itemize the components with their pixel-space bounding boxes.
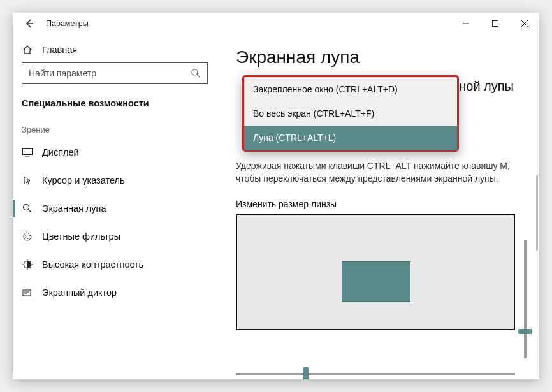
magnifier-icon	[22, 203, 33, 214]
sidebar-item-label: Экранный диктор	[42, 287, 117, 298]
category-title: Специальные возможности	[13, 93, 217, 120]
narrator-icon	[22, 287, 33, 298]
svg-rect-8	[23, 290, 31, 296]
sidebar-item-label: Курсор и указатель	[42, 175, 125, 185]
search-input[interactable]	[29, 68, 191, 78]
sidebar-item-magnifier[interactable]: Экранная лупа	[13, 194, 217, 222]
close-button[interactable]	[510, 13, 539, 34]
cursor-icon	[22, 175, 33, 185]
settings-window: Параметры Главная Специальные возможност…	[13, 13, 539, 379]
arrow-left-icon	[24, 18, 34, 29]
slider-thumb[interactable]	[303, 367, 309, 379]
sidebar-item-cursor[interactable]: Курсор и указатель	[13, 166, 217, 194]
lens-width-slider[interactable]	[236, 373, 515, 375]
display-icon	[22, 148, 33, 157]
window-title: Параметры	[46, 19, 89, 28]
window-controls	[451, 13, 539, 34]
search-icon	[191, 68, 201, 78]
lens-height-slider[interactable]	[524, 240, 527, 358]
slider-thumb[interactable]	[518, 329, 532, 334]
svg-rect-2	[23, 149, 33, 155]
search-box[interactable]	[22, 62, 208, 84]
dropdown-option-docked[interactable]: Закрепленное окно (CTRL+ALT+D)	[244, 77, 457, 101]
sidebar-item-label: Цветные фильтры	[42, 231, 120, 242]
dropdown-option-fullscreen[interactable]: Во весь экран (CTRL+ALT+F)	[244, 101, 457, 126]
home-label: Главная	[42, 45, 77, 55]
sidebar-item-display[interactable]: Дисплей	[13, 138, 217, 166]
maximize-icon	[492, 20, 498, 27]
palette-icon	[22, 231, 33, 242]
svg-point-1	[192, 69, 198, 75]
svg-point-3	[24, 205, 29, 210]
minimize-icon	[463, 20, 469, 27]
hint-text: Удерживая нажатыми клавиши CTRL+ALT нажи…	[236, 160, 516, 185]
svg-rect-0	[493, 21, 498, 27]
group-title: Зрение	[13, 120, 217, 138]
page-title: Экранная лупа	[236, 47, 520, 68]
scrollbar[interactable]	[536, 175, 538, 251]
home-icon	[22, 45, 33, 55]
sidebar-item-high-contrast[interactable]: Высокая контрастность	[13, 250, 217, 279]
back-button[interactable]	[22, 16, 37, 31]
svg-point-6	[27, 238, 29, 239]
contrast-icon	[22, 259, 33, 270]
lens-size-label: Изменить размер линзы	[236, 199, 520, 209]
svg-point-5	[25, 237, 26, 238]
titlebar: Параметры	[13, 13, 539, 34]
sidebar-item-color-filters[interactable]: Цветные фильтры	[13, 222, 217, 250]
sidebar: Главная Специальные возможности Зрение Д…	[13, 34, 217, 379]
svg-point-4	[25, 235, 26, 236]
dropdown-option-lens[interactable]: Лупа (CTRL+ALT+L)	[244, 126, 457, 150]
sidebar-item-label: Дисплей	[42, 147, 79, 157]
view-mode-dropdown: Закрепленное окно (CTRL+ALT+D) Во весь э…	[242, 75, 459, 152]
lens-preview	[236, 214, 515, 330]
maximize-button[interactable]	[481, 13, 510, 34]
sidebar-item-label: Экранная лупа	[42, 203, 106, 214]
home-button[interactable]: Главная	[13, 40, 217, 62]
sidebar-item-label: Высокая контрастность	[42, 259, 143, 270]
lens-rect[interactable]	[342, 261, 410, 302]
sidebar-item-narrator[interactable]: Экранный диктор	[13, 279, 217, 307]
minimize-button[interactable]	[451, 13, 481, 34]
close-icon	[521, 20, 528, 27]
